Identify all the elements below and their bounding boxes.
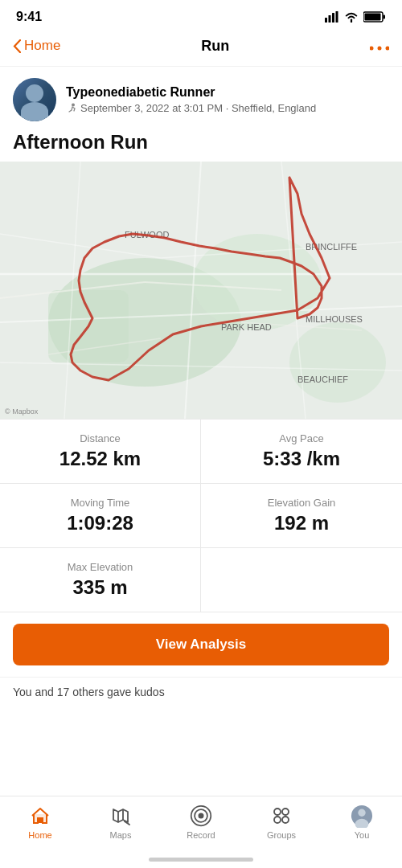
profile-name: Typeonediabetic Runner <box>66 85 389 100</box>
maps-icon <box>109 805 132 827</box>
map-container: FULWOOD BRINCLIFFE PARK HEAD MILLHOUSES … <box>0 162 402 419</box>
svg-text:BEAUCHIEF: BEAUCHIEF <box>297 375 348 384</box>
svg-point-43 <box>282 817 289 823</box>
distance-label: Distance <box>16 432 184 444</box>
profile-meta: September 3, 2022 at 3:01 PM · Sheffield… <box>66 102 389 114</box>
page-title: Run <box>201 38 229 55</box>
home-icon <box>29 805 51 827</box>
profile-info: Typeonediabetic Runner September 3, 2022… <box>66 85 389 114</box>
svg-point-45 <box>358 809 365 817</box>
elevation-gain-label: Elevation Gain <box>217 497 386 509</box>
max-elevation-label: Max Elevation <box>16 561 184 573</box>
svg-point-10 <box>72 103 75 106</box>
svg-rect-2 <box>332 13 334 23</box>
svg-point-8 <box>377 47 381 51</box>
back-label: Home <box>24 38 60 54</box>
header: Home Run <box>0 29 402 67</box>
nav-item-maps[interactable]: Maps <box>96 805 145 840</box>
running-icon <box>66 103 77 114</box>
view-analysis-button[interactable]: View Analysis <box>13 624 389 665</box>
svg-point-39 <box>199 813 204 819</box>
nav-label-groups: Groups <box>267 830 296 840</box>
svg-point-42 <box>274 817 281 823</box>
home-indicator <box>149 858 253 862</box>
nav-label-home: Home <box>28 830 51 840</box>
more-button[interactable] <box>370 35 389 56</box>
stat-avg-pace: Avg Pace 5:33 /km <box>201 420 402 484</box>
svg-rect-0 <box>325 18 327 23</box>
status-icons <box>325 11 386 23</box>
more-icon <box>370 45 389 51</box>
svg-point-9 <box>385 47 389 51</box>
svg-text:MILLHOUSES: MILLHOUSES <box>306 314 363 324</box>
profile-section: Typeonediabetic Runner September 3, 2022… <box>0 67 402 128</box>
svg-rect-1 <box>329 15 331 23</box>
stat-max-elevation: Max Elevation 335 m <box>0 548 201 612</box>
groups-icon <box>270 805 293 827</box>
svg-point-7 <box>370 47 374 51</box>
nav-label-record: Record <box>187 830 215 840</box>
nav-item-you[interactable]: You <box>338 805 386 840</box>
status-bar: 9:41 <box>0 0 402 29</box>
nav-item-record[interactable]: Record <box>177 805 225 840</box>
avg-pace-value: 5:33 /km <box>217 448 386 470</box>
moving-time-value: 1:09:28 <box>16 512 184 534</box>
distance-value: 12.52 km <box>16 448 184 470</box>
wifi-icon <box>344 11 359 23</box>
battery-icon <box>363 11 386 23</box>
avatar <box>13 78 56 121</box>
svg-point-14 <box>289 322 386 403</box>
stat-distance: Distance 12.52 km <box>0 420 201 484</box>
elevation-gain-value: 192 m <box>217 512 386 534</box>
stat-empty <box>201 548 402 612</box>
stat-moving-time: Moving Time 1:09:28 <box>0 484 201 548</box>
stats-grid: Distance 12.52 km Avg Pace 5:33 /km Movi… <box>0 419 402 612</box>
svg-text:© Mapbox: © Mapbox <box>5 407 39 416</box>
status-time: 9:41 <box>16 10 42 24</box>
map-svg: FULWOOD BRINCLIFFE PARK HEAD MILLHOUSES … <box>0 162 402 419</box>
svg-rect-5 <box>365 14 381 21</box>
moving-time-label: Moving Time <box>16 497 184 509</box>
record-icon <box>190 805 212 827</box>
nav-item-home[interactable]: Home <box>16 805 64 840</box>
svg-rect-3 <box>336 11 338 23</box>
you-icon <box>351 805 373 827</box>
nav-item-groups[interactable]: Groups <box>257 805 306 840</box>
avg-pace-label: Avg Pace <box>217 432 386 444</box>
svg-text:PARK HEAD: PARK HEAD <box>221 322 272 332</box>
signal-icon <box>325 11 339 23</box>
activity-title: Afternoon Run <box>0 128 402 162</box>
kudos-bar: You and 17 others gave kudos <box>0 677 402 706</box>
nav-label-you: You <box>355 830 370 840</box>
svg-rect-6 <box>384 15 386 19</box>
back-button[interactable]: Home <box>13 38 60 54</box>
svg-point-40 <box>274 809 281 815</box>
max-elevation-value: 335 m <box>16 576 184 599</box>
stat-elevation-gain: Elevation Gain 192 m <box>201 484 402 548</box>
back-chevron-icon <box>13 39 21 53</box>
svg-point-41 <box>282 809 289 815</box>
nav-label-maps: Maps <box>110 830 132 840</box>
profile-date: September 3, 2022 at 3:01 PM · Sheffield… <box>80 102 316 114</box>
